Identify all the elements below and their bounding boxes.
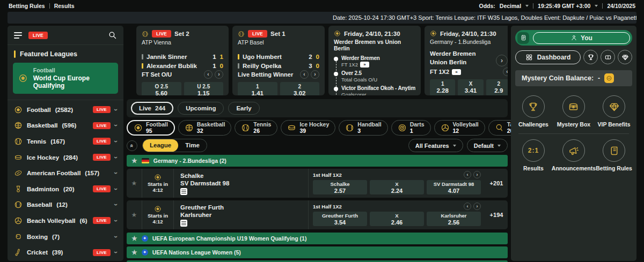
sidebar-item-badminton[interactable]: Badminton(20) LIVE › <box>8 181 123 197</box>
tab-upcoming[interactable]: Upcoming <box>178 102 224 115</box>
stats-icon[interactable] <box>180 220 187 227</box>
tile-vip-benefits[interactable]: VIP Benefits <box>596 91 632 133</box>
odds-button[interactable]: Greuther Furth3.54 <box>313 212 367 226</box>
next-market-button[interactable]: › <box>215 70 223 79</box>
star-icon[interactable]: ★ <box>127 169 142 198</box>
collapse-all-button[interactable]: « <box>127 140 137 151</box>
odds-button[interactable]: 23.02 <box>280 82 320 95</box>
stats-icon[interactable] <box>180 188 187 195</box>
tile-mystery-box[interactable]: Mystery Box <box>552 91 596 133</box>
tab-live[interactable]: Live244 <box>131 102 173 115</box>
odds-button[interactable]: X3.41 <box>458 79 483 95</box>
sidebar-item-baseball[interactable]: Baseball(12) › <box>8 197 123 213</box>
live-mode-badge[interactable]: LIVE <box>28 32 48 39</box>
more-markets-button[interactable]: +194 <box>485 200 508 229</box>
next-market-button[interactable]: › <box>311 70 319 79</box>
more-markets-button[interactable]: +201 <box>485 169 508 198</box>
mystery-box-shortcut-button[interactable] <box>601 50 615 64</box>
betslip-button[interactable] <box>517 32 529 44</box>
hamburger-menu-icon[interactable] <box>14 32 22 39</box>
odds-button[interactable]: 12.28 <box>430 79 455 95</box>
chevron-down-icon[interactable]: › <box>112 204 120 206</box>
chevron-down-icon[interactable]: › <box>112 172 120 174</box>
league-header-uefa-nations-women[interactable]: ★ ✦ UEFA Nations League Women (5) <box>127 246 508 258</box>
chevron-down-icon[interactable]: › <box>112 124 120 126</box>
odds-button[interactable]: Karlsruher2.56 <box>427 212 481 226</box>
odds-button[interactable]: O 2.55.60 <box>142 82 181 95</box>
odds-button[interactable]: SV Darmstadt 984.07 <box>427 180 481 194</box>
chip-handball[interactable]: Handball3 <box>339 120 387 136</box>
tile-challenges[interactable]: Challenges <box>515 91 552 133</box>
tile-results[interactable]: 2:1 Results <box>515 134 552 177</box>
chip-basketball[interactable]: Basketball32 <box>178 120 232 136</box>
toggle-time[interactable]: Time <box>178 139 207 152</box>
sidebar-item-boxing[interactable]: Boxing(7) › <box>8 229 123 245</box>
odds-format-value[interactable]: Decimal <box>500 3 521 9</box>
results-link[interactable]: Results <box>54 3 75 9</box>
odds-button[interactable]: Schalke2.57 <box>313 180 367 194</box>
match-row-schalke[interactable]: ★ Starts in 4:12 Schalke SV Darmstadt 98… <box>127 169 508 198</box>
next-market-button[interactable]: › <box>473 171 481 178</box>
chip-darts[interactable]: Darts1 <box>391 120 431 136</box>
sidebar-item-american-football[interactable]: American Football(157) › <box>8 165 123 181</box>
tile-announcements[interactable]: Announcements <box>552 134 596 177</box>
chevron-down-icon[interactable]: › <box>112 156 120 159</box>
sidebar-item-cricket[interactable]: Cricket(39) LIVE › <box>8 244 123 260</box>
star-icon[interactable]: ★ <box>131 157 137 164</box>
chevron-down-icon[interactable] <box>525 5 529 7</box>
match-row-greuther-furth[interactable]: ★ Starts in 4:12 Greuther Furth Karlsruh… <box>127 200 508 229</box>
odds-button[interactable]: 22.9 <box>486 79 508 95</box>
odds-button[interactable]: X2.46 <box>370 212 424 226</box>
prev-market-button[interactable]: ‹ <box>204 70 213 79</box>
odds-button[interactable]: 11.41 <box>238 82 277 95</box>
chip-ice-hockey[interactable]: Ice Hockey39 <box>281 120 335 136</box>
chip-football[interactable]: Football95 <box>127 120 175 136</box>
dashboard-button[interactable]: Dashboard <box>515 50 581 64</box>
challenges-shortcut-button[interactable] <box>583 50 598 64</box>
chevron-down-icon[interactable]: › <box>112 236 120 238</box>
prev-market-button[interactable]: ‹ <box>300 70 309 79</box>
star-icon[interactable]: ★ <box>131 249 137 256</box>
account-button[interactable]: You <box>533 32 630 44</box>
odds-button[interactable]: X2.24 <box>370 180 424 194</box>
featured-card-bundesliga[interactable]: Friday, 24/10, 21:30 Germany - 1.Bundesl… <box>425 26 508 95</box>
betting-rules-link[interactable]: Betting Rules <box>9 3 45 9</box>
sidebar-item-tennis[interactable]: Tennis(167) LIVE › <box>8 133 123 149</box>
sidebar-item-football[interactable]: Football(2582) LIVE › <box>8 102 123 118</box>
tab-early[interactable]: Early <box>228 102 259 115</box>
vip-shortcut-button[interactable] <box>618 50 632 64</box>
uefa-icon: ✦ <box>142 249 148 256</box>
league-header-bundesliga2[interactable]: ★ Germany - 2.Bundesliga (2) <box>127 155 508 167</box>
prev-market-button[interactable]: ‹ <box>503 68 508 76</box>
league-header-uefa-u19-women[interactable]: ★ ✦ UEFA European Championship U19 Women… <box>127 233 508 244</box>
prev-market-button[interactable]: ‹ <box>464 203 471 210</box>
football-icon <box>154 205 162 213</box>
chevron-down-icon[interactable]: › <box>112 140 120 143</box>
featured-league-card[interactable]: Football World Cup Europe Qualifying <box>13 63 118 94</box>
prev-market-button[interactable]: ‹ <box>464 171 471 178</box>
chevron-down-icon[interactable]: › <box>112 188 120 190</box>
sidebar-item-beach-volleyball[interactable]: Beach Volleyball(6) LIVE › <box>8 213 123 229</box>
star-icon[interactable]: ★ <box>131 235 137 242</box>
odds-button[interactable]: U 2.51.15 <box>184 82 224 95</box>
chip-volleyball[interactable]: Volleyball12 <box>434 120 485 136</box>
star-icon[interactable]: ★ <box>127 200 142 229</box>
toggle-league[interactable]: League <box>143 139 178 152</box>
chip-tennis[interactable]: Tennis26 <box>235 120 277 136</box>
featured-card-atp-basel[interactable]: LIVE Set 1 ATP Basel Ugo Humbert 20 Reil… <box>232 26 325 95</box>
featured-card-atp-vienna[interactable]: LIVE Set 2 ATP Vienna Jannik Sinner 11 A… <box>136 26 229 95</box>
sort-dropdown[interactable]: Default <box>467 139 508 152</box>
search-icon[interactable] <box>108 31 117 40</box>
featured-card-bet-builder[interactable]: Friday, 24/10, 21:30 Werder Bremen vs Un… <box>328 26 421 95</box>
chevron-down-icon[interactable]: › <box>112 251 120 253</box>
sidebar-item-ice-hockey[interactable]: Ice Hockey(284) LIVE › <box>8 149 123 166</box>
chevron-down-icon[interactable] <box>595 5 598 7</box>
features-dropdown[interactable]: All Features <box>408 139 463 152</box>
tile-betting-rules[interactable]: Betting Rules <box>596 134 632 177</box>
carousel-next-button[interactable]: › <box>496 55 508 66</box>
sidebar-item-basketball[interactable]: Basketball(596) LIVE › <box>8 118 123 134</box>
chevron-down-icon[interactable]: › <box>112 109 120 111</box>
chevron-down-icon[interactable]: › <box>112 220 120 222</box>
sidebar-item-darts[interactable]: Darts(14) LIVE › <box>8 260 123 261</box>
next-market-button[interactable]: › <box>473 203 481 210</box>
